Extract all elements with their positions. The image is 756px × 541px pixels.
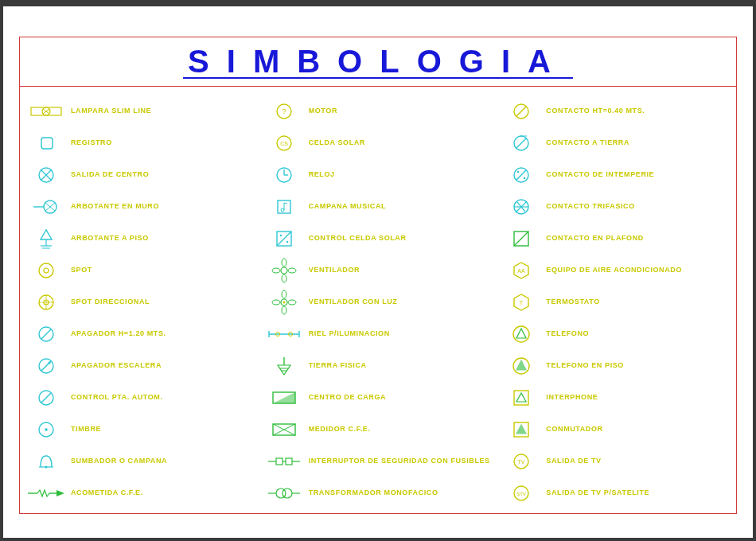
- svg-point-55: [288, 268, 296, 273]
- legend-row: AAEQUIPO DE AIRE ACONDICIONADO: [500, 255, 731, 285]
- legend-label: RELOJ: [306, 170, 335, 179]
- acometida-icon: [25, 480, 68, 507]
- svg-marker-103: [516, 329, 526, 338]
- contacto-plafond-icon: [500, 225, 543, 252]
- legend-row: CONTACTO A TIERRA: [500, 128, 731, 158]
- legend-row: CONTROL CELDA SOLAR: [263, 224, 494, 253]
- svg-point-57: [283, 301, 285, 303]
- legend-label: CONTACTO TRIFASICO: [543, 202, 634, 211]
- legend-label: APAGADOR h=1.20 mts.: [68, 329, 166, 338]
- svg-line-28: [41, 393, 51, 403]
- legend-label: MEDIDOR C.F.E.: [306, 425, 371, 434]
- svg-marker-107: [516, 393, 526, 402]
- sumbador-icon: [25, 448, 68, 475]
- svg-point-81: [283, 488, 292, 498]
- legend-row: APAGADOR ESCALERA: [25, 351, 256, 380]
- svg-point-32: [45, 465, 48, 468]
- svg-point-52: [282, 259, 286, 267]
- ventilador-icon: [263, 257, 306, 284]
- salida-tv-sat-icon: STV: [500, 480, 543, 507]
- reloj-icon: [263, 162, 306, 189]
- legend-label: TIMBRE: [68, 425, 101, 434]
- legend-row: INTERPHONE: [500, 383, 731, 412]
- legend-label: CONMUTADOR: [543, 425, 602, 434]
- legend-row: SPOT DIRECCIONAL: [25, 287, 256, 317]
- legend-row: RELOJ: [263, 160, 494, 189]
- svg-point-91: [524, 177, 526, 179]
- legend-label: TIERRA FISICA: [306, 361, 367, 370]
- arbotante-muro-icon: [25, 193, 68, 220]
- apagador-icon: [25, 321, 68, 348]
- svg-point-51: [281, 267, 287, 274]
- legend-label: SPOT DIRECCIONAL: [68, 298, 150, 306]
- svg-text:T: T: [520, 299, 524, 306]
- svg-line-86: [516, 138, 526, 148]
- legend-label: SPOT: [68, 266, 92, 274]
- interruptor-icon: [263, 448, 306, 475]
- legend-label: CONTACTO DE INTEMPERIE: [543, 170, 654, 179]
- centro-carga-icon: [263, 384, 306, 411]
- svg-marker-68: [278, 365, 290, 375]
- legend-label: SALIDA DE TV: [543, 457, 601, 465]
- contacto-tierra-icon: [500, 130, 543, 157]
- aire-acond-icon: AA: [500, 257, 543, 284]
- legend-label: CONTACTO A TIERRA: [543, 138, 629, 147]
- svg-text:TV: TV: [518, 459, 525, 465]
- svg-line-84: [516, 107, 526, 116]
- legend-grid: LAMPARA SLIM LINEREGISTROSALIDA DE CENTR…: [25, 96, 731, 508]
- telefono-piso-icon: [500, 352, 543, 379]
- legend-frame: SIMBOLOGIA LAMPARA SLIM LINEREGISTROSALI…: [19, 37, 737, 514]
- legend-row: MEDIDOR C.F.E.: [263, 415, 494, 444]
- legend-row: ?MOTOR: [263, 96, 494, 126]
- svg-point-90: [517, 170, 520, 173]
- legend-row: CENTRO DE CARGA: [263, 383, 494, 412]
- riel-icon: [263, 321, 306, 348]
- legend-label: INTERPHONE: [543, 393, 598, 402]
- legend-row: TELEFONO: [500, 319, 731, 348]
- legend-label: CAMPANA MUSICAL: [306, 202, 387, 211]
- control-pta-icon: [25, 384, 68, 411]
- legend-label: CONTROL PTA. AUTOM.: [68, 393, 163, 402]
- salida-centro-icon: [25, 162, 68, 189]
- svg-marker-109: [516, 425, 526, 434]
- contacto-trif-icon: [500, 193, 543, 220]
- legend-row: RIEL P/ILUMINACION: [263, 319, 494, 348]
- legend-row: VENTILADOR: [263, 255, 494, 285]
- legend-label: VENTILADOR CON LUZ: [306, 298, 398, 306]
- svg-rect-75: [276, 458, 283, 465]
- legend-row: LAMPARA SLIM LINE: [25, 96, 256, 126]
- legend-row: REGISTRO: [25, 128, 256, 158]
- legend-label: ARBOTANTE A PISO: [68, 234, 149, 243]
- legend-label: RIEL P/ILUMINACION: [306, 329, 390, 338]
- tierra-icon: [263, 352, 306, 379]
- salida-tv-icon: TV: [500, 448, 543, 475]
- termostato-icon: T: [500, 289, 543, 316]
- svg-point-61: [288, 300, 296, 305]
- legend-label: CONTROL CELDA SOLAR: [306, 234, 407, 243]
- ventilador-luz-icon: [263, 289, 306, 316]
- legend-label: TERMOSTATO: [543, 298, 600, 306]
- legend-row: TELEFONO EN PISO: [500, 351, 731, 380]
- legend-label: EQUIPO DE AIRE ACONDICIONADO: [543, 266, 682, 274]
- campana-music-icon: [263, 193, 306, 220]
- legend-row: SPOT: [25, 255, 256, 285]
- legend-row: SALIDA DE CENTRO: [25, 160, 256, 189]
- timbre-icon: [25, 416, 68, 443]
- contacto-intemp-icon: [500, 162, 543, 189]
- conmutador-icon: [500, 416, 543, 443]
- svg-point-30: [45, 428, 48, 431]
- legend-row: ARBOTANTE EN MURO: [25, 192, 256, 221]
- legend-row: CAMPANA MUSICAL: [263, 192, 494, 221]
- legend-column: ?MOTORCSCELDA SOLARRELOJCAMPANA MUSICALC…: [263, 96, 494, 508]
- legend-label: SALIDA DE CENTRO: [68, 170, 149, 179]
- legend-row: APAGADOR h=1.20 mts.: [25, 319, 256, 348]
- svg-marker-12: [41, 230, 52, 239]
- legend-row: TIERRA FISICA: [263, 351, 494, 380]
- legend-label: SALIDA DE TV P/SATELITE: [543, 488, 649, 497]
- legend-label: CONTACTO EN PLAFOND: [543, 234, 644, 243]
- legend-row: CONMUTADOR: [500, 415, 731, 444]
- svg-point-53: [282, 274, 286, 282]
- legend-column: LAMPARA SLIM LINEREGISTROSALIDA DE CENTR…: [25, 96, 256, 508]
- legend-label: ARBOTANTE EN MURO: [68, 202, 159, 211]
- svg-point-60: [272, 300, 280, 305]
